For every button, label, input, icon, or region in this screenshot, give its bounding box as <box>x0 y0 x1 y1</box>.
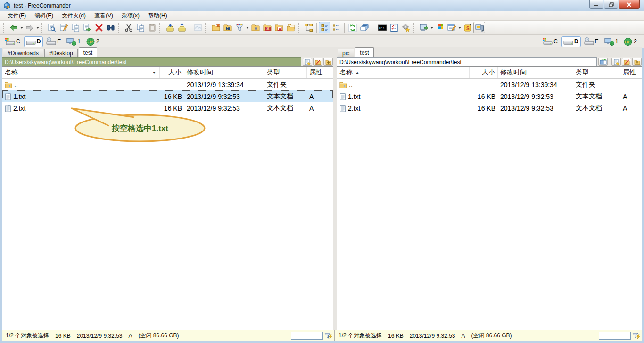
column-header-type[interactable]: 类型 <box>573 67 620 78</box>
goto-root-button[interactable] <box>313 58 322 66</box>
forward-button[interactable] <box>24 22 35 33</box>
close-button[interactable] <box>619 0 640 9</box>
toolbar-grip[interactable] <box>205 23 207 33</box>
tab-downloads[interactable]: #Downloads <box>3 49 43 57</box>
file-row-2txt[interactable]: 2.txt 16 KB 2013/12/9 9:32:53 文本文档 A <box>2 102 333 114</box>
toolbar-grip[interactable] <box>298 23 300 33</box>
column-header-size[interactable]: 大小 <box>160 67 184 78</box>
file-row-parent[interactable]: .. 2013/12/9 13:39:34 文件夹 <box>337 79 642 90</box>
refresh-button[interactable] <box>347 22 358 33</box>
filter-dropdown[interactable] <box>245 22 249 33</box>
tab-pic[interactable]: pic <box>338 49 354 57</box>
drive-c-button[interactable]: C <box>3 36 23 47</box>
goto-root-button[interactable] <box>622 58 631 66</box>
toolbar-grip[interactable] <box>118 23 120 33</box>
unpack-button[interactable] <box>176 22 188 33</box>
copy-button[interactable] <box>134 22 146 33</box>
drive-d-button[interactable]: D <box>561 36 581 47</box>
drive-e-button[interactable]: E <box>582 36 601 47</box>
filter-input[interactable] <box>599 332 631 340</box>
menu-extras[interactable]: 杂项(x) <box>117 11 144 21</box>
menu-file[interactable]: 文件(F) <box>3 11 30 21</box>
drive-d-button[interactable]: D <box>24 36 43 47</box>
sync-folders-button[interactable] <box>598 58 608 66</box>
ftp-2-button[interactable]: FTP2 <box>622 36 639 47</box>
filter-input[interactable] <box>291 332 323 340</box>
menu-edit[interactable]: 编辑(E) <box>30 11 58 21</box>
toolbar-grip[interactable] <box>413 23 415 33</box>
column-header-name[interactable]: 名称▼ <box>2 67 160 78</box>
file-row-2txt[interactable]: 2.txt 16 KB 2013/12/9 9:32:53 文本文档 A <box>337 102 642 114</box>
tab-test-left[interactable]: test <box>79 47 97 57</box>
editor-dropdown[interactable] <box>457 22 462 33</box>
toolbar-grip[interactable] <box>3 23 5 33</box>
toolbar-grip[interactable] <box>372 23 374 33</box>
move-file-button[interactable] <box>81 22 93 33</box>
column-header-modified[interactable]: 修改时间 <box>498 67 573 78</box>
search-button[interactable] <box>105 22 116 33</box>
quick-view-button[interactable] <box>192 22 204 33</box>
drive-c-button[interactable]: C <box>541 36 560 47</box>
toolbar-grip[interactable] <box>41 23 43 33</box>
file-row-parent[interactable]: .. 2013/12/9 13:39:34 文件夹 <box>2 79 333 90</box>
folder-compare-button[interactable] <box>273 22 285 33</box>
up-level-button[interactable] <box>632 58 642 66</box>
delete-button[interactable] <box>93 22 105 33</box>
scheduler-button[interactable]: S <box>462 22 473 33</box>
title-bar[interactable]: test - FreeCommander <box>0 0 644 11</box>
menu-folder[interactable]: 文件夹(d) <box>58 11 90 21</box>
editor-button[interactable] <box>446 22 457 33</box>
tree-view-button[interactable] <box>303 22 314 33</box>
column-header-modified[interactable]: 修改时间 <box>184 67 264 78</box>
copy-file-button[interactable] <box>69 22 81 33</box>
settings-button[interactable] <box>400 22 412 33</box>
file-row-1txt[interactable]: 1.txt 16 KB 2013/12/9 9:32:53 文本文档 A <box>337 90 642 102</box>
ftp-2-button[interactable]: FTP2 <box>84 36 102 47</box>
column-header-size[interactable]: 大小 <box>470 67 498 78</box>
new-file-button[interactable] <box>611 58 621 66</box>
quick-filter-icon[interactable] <box>632 332 640 340</box>
quick-filter-icon[interactable] <box>324 332 332 340</box>
right-path-bar[interactable]: D:\Users\skywang\workout\FreeCommander\t… <box>337 57 597 66</box>
up-level-button[interactable] <box>323 58 333 66</box>
column-header-type[interactable]: 类型 <box>264 67 307 78</box>
search-folder-button[interactable] <box>222 22 233 33</box>
pack-button[interactable] <box>164 22 176 33</box>
list-view-button[interactable] <box>319 22 330 33</box>
new-file-button[interactable] <box>303 58 312 66</box>
startup-button[interactable] <box>434 22 446 33</box>
send-to-screen-dropdown[interactable] <box>429 22 434 33</box>
cut-button[interactable] <box>123 22 134 33</box>
paste-button[interactable] <box>146 22 158 33</box>
forward-history-dropdown[interactable] <box>35 22 40 33</box>
toolbar-grip[interactable] <box>159 23 162 33</box>
file-row-1txt[interactable]: 1.txt 16 KB 2013/12/9 9:32:53 文本文档 A <box>2 90 333 102</box>
network-drive-1-button[interactable]: 1 <box>65 36 83 47</box>
column-header-name[interactable]: 名称▲ <box>337 67 470 78</box>
folder-favorite-button[interactable] <box>249 22 261 33</box>
left-path-bar[interactable]: D:\Users\skywang\workout\FreeCommander\t… <box>2 57 301 66</box>
menu-help[interactable]: 帮助(H) <box>144 11 172 21</box>
drive-e-button[interactable]: E <box>44 36 63 47</box>
copy-folder-button[interactable] <box>285 22 297 33</box>
view-file-button[interactable] <box>46 22 58 33</box>
tab-desktop[interactable]: #Desktop <box>44 49 78 57</box>
network-drive-1-button[interactable]: 1 <box>603 36 621 47</box>
select-files-button[interactable] <box>388 22 400 33</box>
command-line-button[interactable]: C:\ <box>376 22 388 33</box>
back-button[interactable] <box>8 22 19 33</box>
edit-file-button[interactable] <box>58 22 69 33</box>
column-header-attr[interactable]: 属性 <box>307 67 333 78</box>
back-history-dropdown[interactable] <box>19 22 24 33</box>
folder-tabs-button[interactable] <box>358 22 370 33</box>
my-computer-button[interactable] <box>473 22 485 33</box>
restore-button[interactable] <box>604 0 618 9</box>
minimize-button[interactable] <box>589 0 603 9</box>
send-to-screen-button[interactable] <box>418 22 429 33</box>
details-view-button[interactable] <box>330 22 342 33</box>
filter-button[interactable] <box>233 22 245 33</box>
tab-test-right[interactable]: test <box>355 47 373 57</box>
pane-splitter[interactable] <box>333 47 337 330</box>
new-folder-button[interactable] <box>210 22 222 33</box>
column-header-attr[interactable]: 属性 <box>620 67 642 78</box>
